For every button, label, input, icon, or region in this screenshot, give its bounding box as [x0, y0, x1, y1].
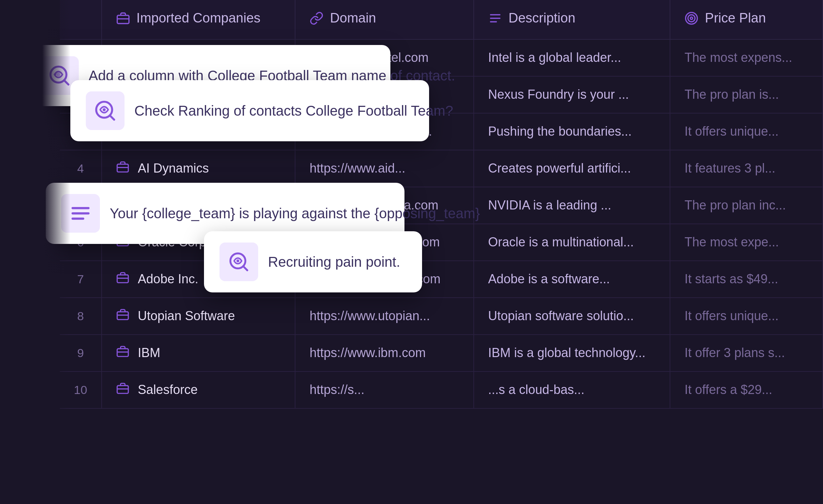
- price-cell: The most expens...: [670, 39, 823, 76]
- company-name: Salesforce: [138, 382, 198, 397]
- col-description[interactable]: Description: [474, 0, 670, 39]
- col-domain[interactable]: Domain: [295, 0, 473, 39]
- eye-search-icon-2: [93, 99, 117, 123]
- table-row[interactable]: 10 Salesforce https://s......s a cloud-b…: [60, 371, 823, 408]
- description-cell: NVIDIA is a leading ...: [474, 187, 670, 224]
- table-row[interactable]: 9 IBM https://www.ibm.comIBM is a global…: [60, 335, 823, 371]
- card4-icon-wrapper: [219, 243, 258, 281]
- card-check-ranking[interactable]: Check Ranking of contacts College Footba…: [70, 80, 429, 141]
- eye-search-icon-3: [228, 251, 250, 273]
- company-cell[interactable]: IBM: [102, 335, 295, 371]
- description-cell: Intel is a global leader...: [474, 39, 670, 76]
- briefcase-icon: [116, 11, 130, 25]
- company-cell[interactable]: Salesforce: [102, 371, 295, 408]
- domain-cell: https://s...: [295, 371, 473, 408]
- company-name: IBM: [138, 345, 160, 360]
- price-cell: It starts as $49...: [670, 261, 823, 298]
- description-cell: Pushing the boundaries...: [474, 113, 670, 150]
- card2-icon-wrapper: [86, 91, 125, 130]
- description-cell: Adobe is a software...: [474, 261, 670, 298]
- description-cell: Utopian software solutio...: [474, 298, 670, 335]
- svg-rect-26: [117, 386, 128, 393]
- lines-icon: [70, 203, 91, 224]
- svg-point-36: [236, 259, 239, 262]
- table-row[interactable]: 7 Adobe Inc. https://www.adobe.comAdobe …: [60, 261, 823, 298]
- card4-text: Recruiting pain point.: [268, 254, 400, 270]
- company-name: AI Dynamics: [138, 161, 209, 176]
- link-icon: [310, 11, 324, 25]
- company-briefcase-icon: [116, 271, 129, 287]
- company-cell[interactable]: AI Dynamics: [102, 150, 295, 187]
- company-name: Adobe Inc.: [138, 272, 198, 286]
- description-cell: IBM is a global technology...: [474, 335, 670, 371]
- domain-cell: https://www.ibm.com: [295, 335, 473, 371]
- svg-point-6: [688, 15, 695, 22]
- description-cell: Nexus Foundry is your ...: [474, 76, 670, 113]
- svg-point-31: [103, 108, 106, 111]
- price-cell: It features 3 pl...: [670, 150, 823, 187]
- company-briefcase-icon: [116, 160, 129, 177]
- price-cell: It offer 3 plans s...: [670, 335, 823, 371]
- price-cell: It offers unique...: [670, 298, 823, 335]
- company-cell[interactable]: Utopian Software: [102, 298, 295, 335]
- description-icon: [488, 11, 502, 25]
- description-cell: ...s a cloud-bas...: [474, 371, 670, 408]
- company-name: Utopian Software: [138, 309, 235, 323]
- table-header-row: Imported Companies Domain: [60, 0, 823, 39]
- svg-point-7: [690, 17, 693, 19]
- col-price[interactable]: Price Plan: [670, 0, 823, 39]
- card2-text: Check Ranking of contacts College Footba…: [134, 103, 453, 119]
- description-cell: Oracle is a multinational...: [474, 224, 670, 261]
- target-icon: [684, 11, 698, 25]
- price-cell: It offers unique...: [670, 113, 823, 150]
- card-recruiting[interactable]: Recruiting pain point.: [204, 231, 422, 292]
- price-cell: The most expe...: [670, 224, 823, 261]
- left-fade: [0, 0, 70, 504]
- company-briefcase-icon: [116, 308, 129, 324]
- domain-cell: https://www.utopian...: [295, 298, 473, 335]
- col-company[interactable]: Imported Companies: [102, 0, 295, 39]
- price-cell: It offers a $29...: [670, 371, 823, 408]
- price-cell: The pro plan inc...: [670, 187, 823, 224]
- table-row[interactable]: 4 AI Dynamics https://www.aid...Creates …: [60, 150, 823, 187]
- description-cell: Creates powerful artifici...: [474, 150, 670, 187]
- svg-rect-14: [117, 164, 128, 172]
- price-cell: The pro plan is...: [670, 76, 823, 113]
- card3-text: Your {college_team} is playing against t…: [110, 206, 480, 221]
- table-row[interactable]: 8 Utopian Software https://www.utopian..…: [60, 298, 823, 335]
- company-briefcase-icon: [116, 345, 129, 361]
- company-briefcase-icon: [116, 382, 129, 398]
- domain-cell: https://www.aid...: [295, 150, 473, 187]
- svg-rect-0: [117, 15, 129, 23]
